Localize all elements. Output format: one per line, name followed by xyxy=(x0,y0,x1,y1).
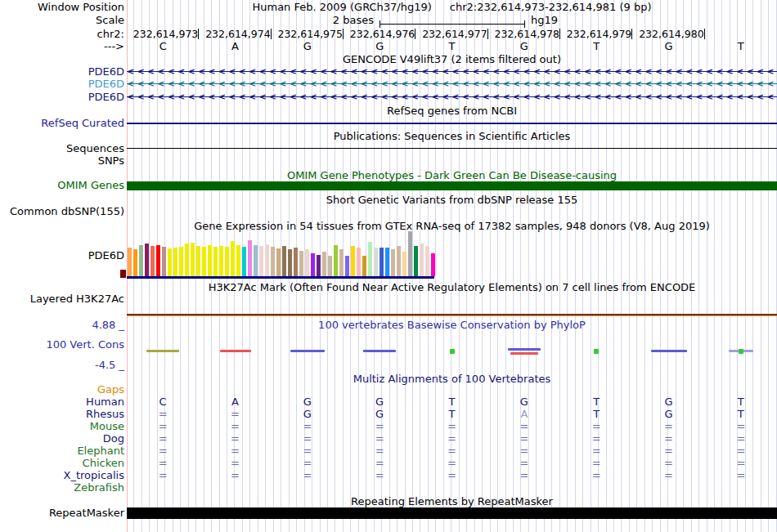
gencode-transcript-1[interactable]: <<<<<<<<<<<<<<<<<<<<<<<<<<<<<<<<<<<<<<<<… xyxy=(127,66,777,78)
gtex-gene-model-box[interactable] xyxy=(120,270,126,278)
gtex-baseline[interactable] xyxy=(127,276,434,279)
gtex-expression-bar[interactable] xyxy=(380,248,384,276)
gtex-expression-bar[interactable] xyxy=(397,246,401,276)
gtex-expression-bar[interactable] xyxy=(139,245,143,276)
gtex-expression-bar[interactable] xyxy=(145,244,149,276)
gencode-transcript-label-1[interactable]: PDE6D xyxy=(88,66,124,78)
phylop-max-value: 4.88 _ xyxy=(92,320,124,331)
gtex-expression-bar[interactable] xyxy=(414,246,418,276)
phylop-conservation-mark[interactable] xyxy=(508,348,541,351)
gtex-expression-bar[interactable] xyxy=(351,246,355,276)
gtex-expression-bar[interactable] xyxy=(282,246,286,276)
gtex-expression-bar[interactable] xyxy=(357,248,361,276)
phylop-conservation-mark[interactable] xyxy=(363,350,396,352)
gtex-expression-bar[interactable] xyxy=(294,248,298,276)
phylop-conservation-mark[interactable] xyxy=(510,352,538,355)
gtex-expression-bar[interactable] xyxy=(185,244,189,276)
snps-label[interactable]: SNPs xyxy=(98,155,124,167)
gencode-transcript-label-3[interactable]: PDE6D xyxy=(88,92,124,103)
gtex-expression-bar[interactable] xyxy=(202,247,206,276)
gtex-expression-bar[interactable] xyxy=(225,247,229,276)
gtex-expression-bar[interactable] xyxy=(362,256,366,276)
gtex-expression-bar[interactable] xyxy=(236,245,240,276)
gtex-expression-bar[interactable] xyxy=(133,249,137,276)
gtex-expression-bar[interactable] xyxy=(385,248,389,276)
gtex-expression-bar[interactable] xyxy=(242,247,246,276)
gtex-expression-bar[interactable] xyxy=(162,247,166,276)
multiz-species-label[interactable]: Human xyxy=(86,396,124,408)
gtex-expression-bar[interactable] xyxy=(368,242,372,276)
gtex-expression-bar[interactable] xyxy=(339,249,344,276)
gtex-expression-bar[interactable] xyxy=(231,241,235,276)
phylop-conservation-mark[interactable] xyxy=(450,349,455,354)
gtex-expression-bar[interactable] xyxy=(288,249,292,276)
phylop-wiggle[interactable] xyxy=(127,343,777,360)
gtex-expression-bar[interactable] xyxy=(173,248,177,276)
multiz-species-label[interactable]: Chicken xyxy=(83,458,124,469)
gtex-expression-bar[interactable] xyxy=(425,246,429,276)
gtex-expression-bar[interactable] xyxy=(328,256,332,276)
repeatmasker-bar[interactable] xyxy=(127,507,777,519)
refseq-gene-line[interactable] xyxy=(127,123,777,124)
gtex-expression-bar[interactable] xyxy=(420,244,424,276)
multiz-species-label[interactable]: Gaps xyxy=(97,384,124,396)
repeatmasker-label[interactable]: RepeatMasker xyxy=(49,507,124,519)
gtex-expression-bar[interactable] xyxy=(254,245,258,276)
refseq-curated-label[interactable]: RefSeq Curated xyxy=(41,118,124,129)
gtex-expression-bar[interactable] xyxy=(408,231,412,276)
gtex-expression-bar[interactable] xyxy=(219,246,223,276)
gtex-expression-bar[interactable] xyxy=(248,240,252,276)
gtex-expression-bar[interactable] xyxy=(345,256,349,276)
gencode-transcript-label-2[interactable]: PDE6D xyxy=(88,78,124,90)
h3k27ac-signal-line-2[interactable] xyxy=(127,315,777,316)
gtex-expression-bar[interactable] xyxy=(431,253,435,276)
phylop-conservation-mark[interactable] xyxy=(146,350,179,352)
gtex-expression-bar[interactable] xyxy=(128,248,132,276)
multiz-species-label[interactable]: X_tropicalis xyxy=(64,470,125,481)
omim-genes-label[interactable]: OMIM Genes xyxy=(57,180,124,191)
dbsnp-label[interactable]: Common dbSNP(155) xyxy=(10,206,124,217)
multiz-species-label[interactable]: Elephant xyxy=(77,445,124,457)
phylop-conservation-mark[interactable] xyxy=(220,350,251,352)
gtex-expression-bar[interactable] xyxy=(150,246,155,276)
sequences-line[interactable] xyxy=(127,148,777,149)
strand-arrow[interactable]: ---> xyxy=(104,41,124,52)
gtex-barchart[interactable] xyxy=(128,231,438,276)
gtex-expression-bar[interactable] xyxy=(191,243,195,276)
gtex-expression-bar[interactable] xyxy=(196,246,200,276)
gtex-expression-bar[interactable] xyxy=(311,253,315,276)
gtex-expression-bar[interactable] xyxy=(168,248,172,276)
gtex-expression-bar[interactable] xyxy=(259,246,263,276)
gtex-expression-bar[interactable] xyxy=(179,247,183,276)
gtex-expression-bar[interactable] xyxy=(299,251,303,276)
gtex-expression-bar[interactable] xyxy=(317,255,321,276)
omim-gene-bar[interactable] xyxy=(127,181,777,190)
multiz-species-label[interactable]: Dog xyxy=(103,433,124,445)
gtex-expression-bar[interactable] xyxy=(402,252,406,276)
phylop-conservation-mark[interactable] xyxy=(739,349,743,354)
h3k27ac-label[interactable]: Layered H3K27Ac xyxy=(30,293,124,305)
gtex-expression-bar[interactable] xyxy=(334,245,338,276)
multiz-species-label[interactable]: Zebrafish xyxy=(74,482,124,494)
multiz-alignment-grid[interactable]: CAGGTGTGT==GGTATGT======================… xyxy=(127,384,777,494)
gtex-expression-bar[interactable] xyxy=(265,244,269,276)
gtex-expression-bar[interactable] xyxy=(208,245,212,276)
phylop-conservation-mark[interactable] xyxy=(594,349,599,354)
multiz-species-label[interactable]: Mouse xyxy=(90,421,124,432)
gtex-expression-bar[interactable] xyxy=(276,248,281,276)
multiz-species-label[interactable]: Rhesus xyxy=(86,409,124,420)
gtex-expression-bar[interactable] xyxy=(374,248,378,276)
gtex-expression-bar[interactable] xyxy=(271,247,275,276)
gtex-expression-bar[interactable] xyxy=(156,245,160,276)
gtex-expression-bar[interactable] xyxy=(305,249,309,276)
gtex-expression-bar[interactable] xyxy=(213,247,218,276)
gtex-expression-bar[interactable] xyxy=(391,249,395,276)
gtex-expression-bar[interactable] xyxy=(322,252,326,276)
gencode-transcript-3[interactable]: <<<<<<<<<<<<<<<<<<<<<<<<<<<<<<<<<<<<<<<<… xyxy=(127,92,777,103)
phylop-conservation-mark[interactable] xyxy=(651,350,687,352)
gencode-transcript-2[interactable]: <<<<<<<<<<<<<<<<<<<<<<<<<<<<<<<<<<<<<<<<… xyxy=(127,78,777,90)
phylop-label[interactable]: 100 Vert. Cons xyxy=(46,339,124,351)
sequences-label[interactable]: Sequences xyxy=(66,143,124,154)
phylop-conservation-mark[interactable] xyxy=(290,350,325,352)
gtex-gene-label[interactable]: PDE6D xyxy=(88,250,124,262)
